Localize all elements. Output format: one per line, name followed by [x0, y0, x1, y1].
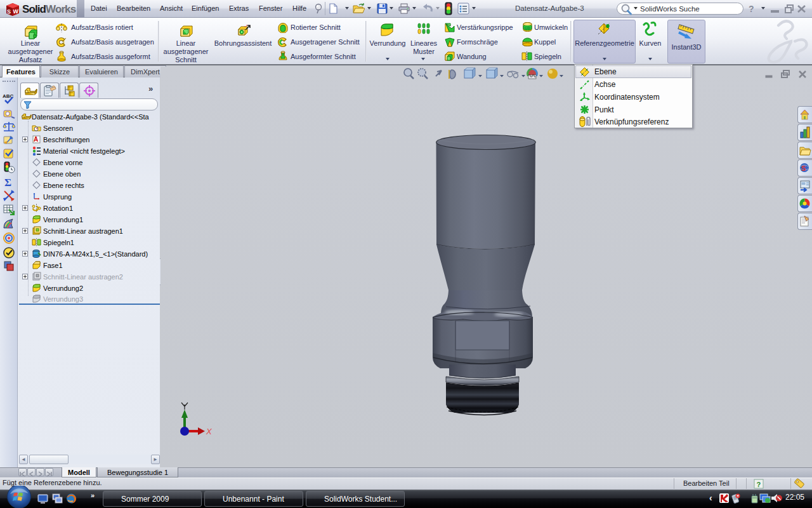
svg-text:Σ: Σ [4, 177, 11, 189]
svg-text:?: ? [757, 481, 761, 488]
svg-text:X: X [206, 427, 213, 436]
svg-text:CD: CD [525, 26, 530, 30]
svg-text:A: A [34, 136, 38, 143]
svg-text:S: S [801, 164, 806, 172]
svg-text:W: W [13, 8, 19, 15]
svg-text:S: S [7, 8, 11, 15]
